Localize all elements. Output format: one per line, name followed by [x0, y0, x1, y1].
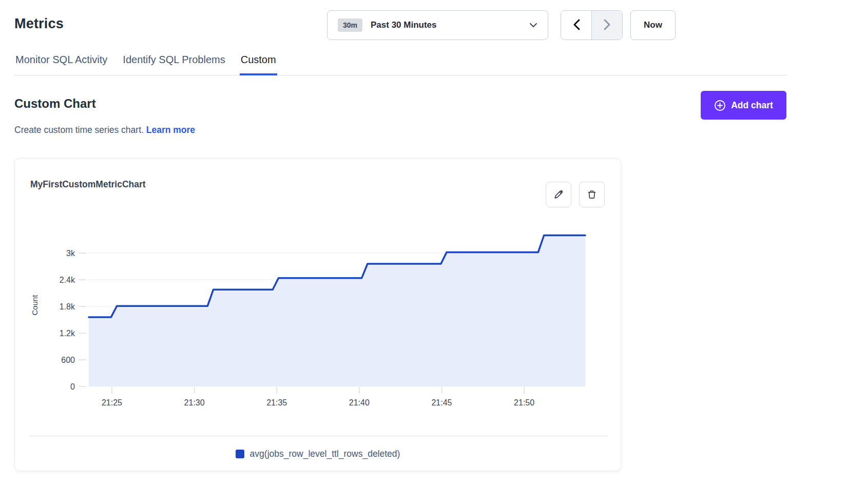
- svg-text:21:50: 21:50: [514, 398, 534, 407]
- subtitle-text: Create custom time series chart.: [14, 125, 144, 135]
- metrics-page: Metrics 30m Past 30 Minutes Now Monitor …: [0, 0, 847, 504]
- svg-text:1.2k: 1.2k: [60, 329, 75, 338]
- time-step-group: [561, 10, 623, 40]
- svg-text:600: 600: [61, 356, 75, 364]
- section-heading: Custom Chart: [14, 96, 96, 111]
- svg-text:21:45: 21:45: [431, 398, 452, 407]
- legend-swatch: [236, 450, 244, 458]
- tab-custom[interactable]: Custom: [240, 53, 277, 75]
- chevron-down-icon: [529, 21, 537, 30]
- time-range-label: Past 30 Minutes: [371, 20, 437, 30]
- chart-legend: avg(jobs_row_level_ttl_rows_deleted): [15, 449, 621, 459]
- svg-text:21:40: 21:40: [349, 398, 370, 407]
- time-range-badge: 30m: [338, 18, 362, 32]
- next-interval-button[interactable]: [592, 11, 622, 40]
- section-subtitle: Create custom time series chart. Learn m…: [14, 125, 195, 135]
- svg-text:21:35: 21:35: [266, 398, 287, 407]
- custom-chart-card: MyFirstCustomMetricChart 06001.2k1.8k2.4…: [14, 158, 621, 471]
- page-title: Metrics: [14, 16, 64, 32]
- time-range-select[interactable]: 30m Past 30 Minutes: [327, 10, 548, 40]
- chevron-left-icon: [572, 18, 581, 32]
- custom-chart-plot: 06001.2k1.8k2.4k3k21:2521:3021:3521:4021…: [15, 159, 622, 472]
- svg-text:3k: 3k: [66, 249, 75, 258]
- svg-text:2.4k: 2.4k: [60, 276, 75, 284]
- tab-identify-sql-problems[interactable]: Identify SQL Problems: [122, 53, 226, 75]
- add-chart-label: Add chart: [731, 100, 773, 111]
- legend-label: avg(jobs_row_level_ttl_rows_deleted): [250, 449, 400, 459]
- svg-text:0: 0: [70, 382, 75, 391]
- previous-interval-button[interactable]: [561, 11, 591, 40]
- plus-circle-icon: [714, 100, 726, 111]
- y-axis-title: Count: [30, 295, 39, 316]
- metrics-tabs: Monitor SQL Activity Identify SQL Proble…: [14, 53, 786, 75]
- learn-more-link[interactable]: Learn more: [146, 125, 195, 135]
- svg-text:21:30: 21:30: [184, 398, 205, 407]
- chevron-right-icon: [603, 18, 611, 32]
- legend-divider: [29, 436, 607, 436]
- svg-text:1.8k: 1.8k: [60, 302, 75, 311]
- add-chart-button[interactable]: Add chart: [701, 91, 786, 120]
- svg-text:21:25: 21:25: [102, 398, 122, 407]
- now-button[interactable]: Now: [630, 10, 676, 40]
- tab-monitor-sql-activity[interactable]: Monitor SQL Activity: [14, 53, 108, 75]
